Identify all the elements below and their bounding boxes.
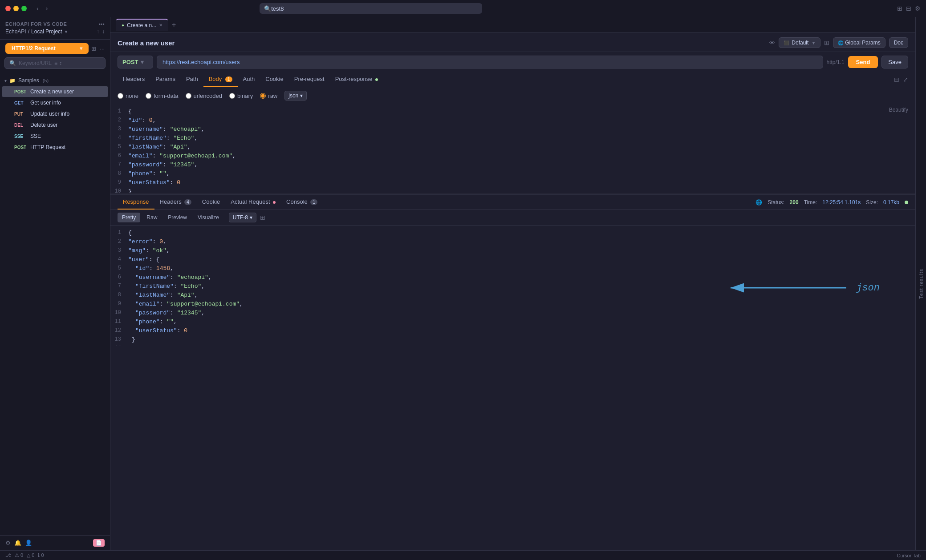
res-tab-console[interactable]: Console 1 [281, 195, 323, 209]
res-code-line-11: 11 "phone": "", [110, 318, 915, 327]
tab-headers[interactable]: Headers [118, 72, 150, 87]
radio-form-data[interactable]: form-data [146, 93, 179, 99]
res-code-line-1: 1 { [110, 229, 915, 238]
nav-item-sse[interactable]: SSE SSE [2, 131, 108, 141]
method-dropdown-arrow: ▾ [141, 59, 144, 65]
split-view-icon[interactable]: ⊞ [897, 5, 902, 12]
env-selector[interactable]: ⬛ Default ▼ [779, 37, 820, 48]
test-results-panel[interactable]: Test results [915, 17, 926, 550]
tab-close-icon[interactable]: ✕ [159, 23, 162, 28]
search-input-wrapper[interactable]: 🔍 Keyword/URL ≡ ↕ [4, 57, 106, 69]
minimize-traffic-light[interactable] [13, 6, 19, 11]
eye-icon[interactable]: 👁 [769, 40, 775, 46]
tab-params[interactable]: Params [150, 72, 181, 87]
nav-item-delete-user[interactable]: DEL Delete user [2, 120, 108, 130]
res-code-line-10: 10 "password": "12345", [110, 309, 915, 318]
close-traffic-light[interactable] [5, 6, 11, 11]
request-body-editor[interactable]: Beautify 1 { 2 "id": 0, 3 "username": "e… [110, 104, 915, 193]
radio-raw[interactable]: raw [260, 93, 277, 99]
radio-binary-input[interactable] [229, 93, 235, 99]
tab-cookie[interactable]: Cookie [260, 72, 288, 87]
res-tab-cookie[interactable]: Cookie [197, 195, 225, 209]
back-button[interactable]: ‹ [34, 3, 41, 14]
sort-icon[interactable]: ↕ [59, 60, 62, 66]
encoding-selector[interactable]: UTF-8 ▾ [229, 213, 256, 222]
titlebar: ‹ › 🔍 test8 ⊞ ⊟ ⚙ [0, 0, 926, 17]
error-count: ⚠ 0 [15, 552, 23, 558]
body-badge: 1 [225, 77, 232, 82]
forward-button[interactable]: › [43, 3, 51, 14]
res-code-line-14: 14 } [110, 345, 915, 346]
method-del-badge: DEL [14, 123, 27, 128]
new-request-button[interactable]: HTTP1/2 Request ▾ [5, 43, 89, 54]
maximize-traffic-light[interactable] [21, 6, 27, 11]
env-dropdown-icon: ▼ [811, 40, 816, 45]
radio-urlencoded[interactable]: urlencoded [186, 93, 222, 99]
beautify-button[interactable]: Beautify [889, 107, 908, 113]
radio-none-input[interactable] [118, 93, 123, 99]
copy-req-icon[interactable]: ⊟ [894, 76, 899, 83]
grid-icon[interactable]: ⊞ [824, 39, 829, 46]
time-label: Time: [804, 199, 817, 205]
request-tabs: Headers Params Path Body 1 Auth Cookie P… [110, 72, 915, 87]
filter-icon[interactable]: ≡ [54, 60, 57, 66]
tab-create-user[interactable]: ● Create a n... ✕ [116, 19, 168, 31]
fmt-tab-pretty[interactable]: Pretty [118, 213, 140, 222]
http-btn-arrow: ▾ [80, 45, 82, 52]
method-dropdown[interactable]: POST ▾ [118, 56, 153, 68]
bell-icon[interactable]: 🔔 [14, 540, 21, 546]
nav-item-get-user[interactable]: GET Get user info [2, 97, 108, 108]
radio-urlencoded-input[interactable] [186, 93, 191, 99]
url-input[interactable]: https://rest.echoapi.com/users [157, 56, 823, 68]
request-title: Create a new user [118, 39, 175, 47]
tab-auth[interactable]: Auth [238, 72, 260, 87]
radio-binary[interactable]: binary [229, 93, 253, 99]
tab-post-response[interactable]: Post-response [330, 72, 383, 87]
fmt-tab-preview[interactable]: Preview [163, 213, 191, 222]
encoding-dropdown-arrow: ▾ [250, 214, 252, 221]
fmt-tab-raw[interactable]: Raw [142, 213, 162, 222]
tab-pre-request[interactable]: Pre-request [289, 72, 330, 87]
nav-item-update-user[interactable]: PUT Update user info [2, 109, 108, 119]
save-button[interactable]: Save [881, 56, 908, 68]
tab-body[interactable]: Body 1 [203, 72, 238, 87]
nav-item-create-user[interactable]: POST Create a new user [2, 86, 108, 97]
section-label: Samples [18, 77, 39, 84]
copy-response-button[interactable]: ⊞ [260, 214, 265, 221]
http-version-selector[interactable]: http/1.1 [827, 59, 845, 65]
download-icon[interactable]: ↓ [102, 28, 105, 35]
radio-raw-input[interactable] [260, 93, 266, 99]
address-text: test8 [271, 5, 284, 12]
tab-path[interactable]: Path [181, 72, 203, 87]
notification-badge[interactable]: 📄 [93, 539, 105, 547]
app-menu-dots[interactable]: ••• [99, 21, 105, 27]
fmt-tab-visualize[interactable]: Visualize [193, 213, 223, 222]
format-dropdown[interactable]: json ▾ [284, 91, 307, 101]
add-tab-button[interactable]: + [169, 21, 179, 29]
res-tab-response[interactable]: Response [118, 195, 154, 209]
res-tab-actual-request[interactable]: Actual Request [225, 195, 281, 209]
more-options-icon[interactable]: ··· [100, 45, 105, 52]
samples-section-header[interactable]: ▾ 📁 Samples (5) [0, 75, 110, 86]
person-icon[interactable]: 👤 [25, 540, 32, 546]
radio-none[interactable]: none [118, 93, 138, 99]
res-tab-headers[interactable]: Headers 4 [154, 195, 197, 209]
layout-icon[interactable]: ⊟ [906, 5, 911, 12]
expand-req-icon[interactable]: ⤢ [903, 76, 908, 83]
layout-view-icon[interactable]: ⊞ [91, 45, 96, 52]
breadcrumb-root[interactable]: EchoAPI [5, 28, 26, 35]
global-params-button[interactable]: 🌐 Global Params [833, 37, 885, 48]
project-dropdown-icon[interactable]: ▼ [64, 29, 68, 34]
search-placeholder: Keyword/URL [19, 60, 52, 66]
settings-footer-icon[interactable]: ⚙ [5, 540, 11, 546]
upload-icon[interactable]: ↑ [97, 28, 99, 35]
res-code-line-7: 7 "firstName": "Echo", [110, 282, 915, 291]
radio-form-data-input[interactable] [146, 93, 151, 99]
doc-button[interactable]: Doc [889, 37, 908, 48]
nav-item-http-request[interactable]: POST HTTP Request [2, 142, 108, 153]
breadcrumb-project[interactable]: Local Project [31, 28, 62, 35]
breadcrumb-sep: / [28, 28, 29, 35]
settings-icon[interactable]: ⚙ [915, 5, 921, 12]
send-button[interactable]: Send [848, 56, 878, 68]
response-status: 🌐 Status: 200 Time: 12:25:54 1.101s Size… [755, 199, 908, 205]
